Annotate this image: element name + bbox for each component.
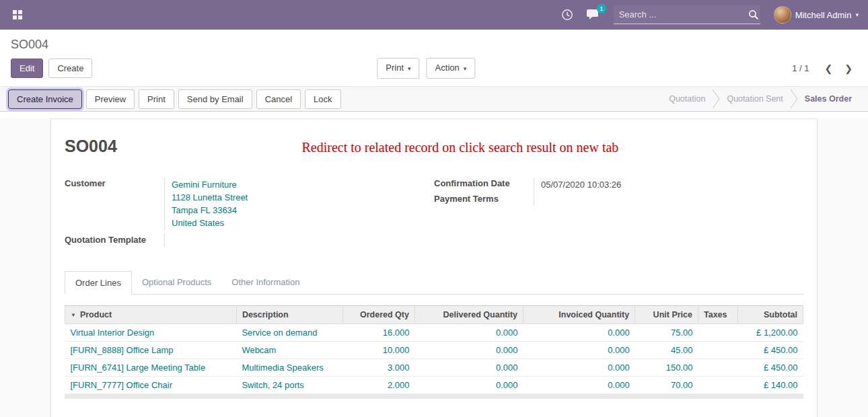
edit-button[interactable]: Edit <box>11 59 43 78</box>
table-row[interactable]: [FURN_6741] Large Meeting Table Multimed… <box>65 359 803 377</box>
sort-caret-icon: ▼ <box>71 312 76 318</box>
table-row[interactable]: [FURN_8888] Office Lamp Webcam 10.000 0.… <box>65 342 803 359</box>
send-by-email-button[interactable]: Send by Email <box>178 89 252 109</box>
cell-invoiced-qty[interactable]: 0.000 <box>523 342 635 359</box>
confirmation-date-field: Confirmation Date 05/07/2020 10:03:26 <box>434 178 803 192</box>
cell-subtotal[interactable]: £ 140.00 <box>738 377 803 394</box>
cell-delivered-qty[interactable]: 0.000 <box>414 342 523 359</box>
chevron-down-icon: ▾ <box>464 65 467 72</box>
quotation-template-field: Quotation Template <box>65 234 434 247</box>
statusbar-states: Quotation Quotation Sent Sales Order <box>662 90 868 108</box>
chevron-down-icon: ▾ <box>855 11 859 18</box>
cell-product[interactable]: [FURN_7777] Office Chair <box>65 377 237 394</box>
tab-order-lines[interactable]: Order Lines <box>65 271 132 295</box>
table-row[interactable]: Virtual Interior Design Service on deman… <box>65 324 803 342</box>
cell-delivered-qty[interactable]: 0.000 <box>414 359 523 377</box>
order-lines-table: ▼Product Description Ordered Qty Deliver… <box>65 305 803 394</box>
column-header-description[interactable]: Description <box>236 306 342 324</box>
cell-subtotal[interactable]: £ 1,200.00 <box>738 324 803 342</box>
cell-subtotal[interactable]: £ 450.00 <box>738 359 803 377</box>
preview-button[interactable]: Preview <box>86 89 135 109</box>
product-header-label: Product <box>80 310 112 319</box>
table-footer-strip <box>65 394 803 399</box>
cell-taxes[interactable] <box>698 377 737 394</box>
cell-ordered-qty[interactable]: 2.000 <box>342 377 414 394</box>
quotation-template-label: Quotation Template <box>65 234 164 247</box>
cancel-button[interactable]: Cancel <box>256 89 301 109</box>
cell-unit-price[interactable]: 70.00 <box>635 377 698 394</box>
activities-clock-icon[interactable] <box>561 9 573 21</box>
create-invoice-button[interactable]: Create Invoice <box>8 89 82 109</box>
cell-description[interactable]: Webcam <box>236 342 342 359</box>
topbar-right-section: 1 Mitchell Admin ▾ <box>561 5 859 24</box>
state-quotation-sent[interactable]: Quotation Sent <box>720 94 789 104</box>
cell-product[interactable]: [FURN_6741] Large Meeting Table <box>65 359 237 377</box>
cell-unit-price[interactable]: 75.00 <box>635 324 698 342</box>
customer-field: Customer Gemini Furniture 1128 Lunetta S… <box>65 178 434 230</box>
cell-invoiced-qty[interactable]: 0.000 <box>523 377 635 394</box>
customer-country: United States <box>172 217 434 229</box>
lock-button[interactable]: Lock <box>305 89 340 109</box>
cell-subtotal[interactable]: £ 450.00 <box>738 342 803 359</box>
cell-unit-price[interactable]: 150.00 <box>635 359 698 377</box>
column-header-subtotal[interactable]: Subtotal <box>738 306 803 324</box>
customer-label: Customer <box>65 178 164 230</box>
column-header-invoiced-qty[interactable]: Invoiced Quantity <box>523 306 635 324</box>
cell-product[interactable]: Virtual Interior Design <box>65 324 237 342</box>
messages-icon[interactable]: 1 <box>587 9 600 21</box>
create-button[interactable]: Create <box>48 59 92 78</box>
state-sales-order[interactable]: Sales Order <box>798 94 859 104</box>
cell-unit-price[interactable]: 45.00 <box>635 342 698 359</box>
column-header-delivered-qty[interactable]: Delivered Quantity <box>414 306 523 324</box>
column-header-unit-price[interactable]: Unit Price <box>635 306 698 324</box>
search-icon[interactable] <box>743 9 764 20</box>
table-row[interactable]: [FURN_7777] Office Chair Switch, 24 port… <box>65 377 803 394</box>
column-header-product[interactable]: ▼Product <box>65 306 237 324</box>
action-menu-button[interactable]: Action▾ <box>427 58 476 79</box>
cell-taxes[interactable] <box>698 359 737 377</box>
apps-menu-icon[interactable] <box>9 7 26 23</box>
page-title: SO004 <box>11 38 48 51</box>
sheet-header: SO004 Redirect to related record on clic… <box>65 137 803 156</box>
cell-description[interactable]: Switch, 24 ports <box>236 377 342 394</box>
cell-product[interactable]: [FURN_8888] Office Lamp <box>65 342 237 359</box>
print-menu-button[interactable]: Print▾ <box>377 58 419 79</box>
search-input[interactable] <box>614 5 743 24</box>
pager-previous-button[interactable]: ❮ <box>820 62 838 75</box>
confirmation-date-value: 05/07/2020 10:03:26 <box>534 178 803 192</box>
cell-description[interactable]: Multimedia Speakers <box>236 359 342 377</box>
quotation-template-value <box>164 234 434 247</box>
cell-delivered-qty[interactable]: 0.000 <box>414 324 523 342</box>
annotation-text: Redirect to related record on click sear… <box>117 137 803 155</box>
payment-terms-value <box>534 193 803 206</box>
cell-description[interactable]: Service on demand <box>236 324 342 342</box>
form-sheet: SO004 Redirect to related record on clic… <box>50 118 818 417</box>
cell-ordered-qty[interactable]: 16.000 <box>342 324 414 342</box>
cell-taxes[interactable] <box>698 324 737 342</box>
table-header-row: ▼Product Description Ordered Qty Deliver… <box>65 306 803 324</box>
print-button[interactable]: Print <box>139 89 174 109</box>
customer-city: Tampa FL 33634 <box>172 204 434 217</box>
breadcrumb: SO004 <box>0 30 868 53</box>
user-menu[interactable]: Mitchell Admin ▾ <box>774 6 859 24</box>
column-header-taxes[interactable]: Taxes <box>698 306 737 324</box>
tab-other-information[interactable]: Other Information <box>221 271 310 295</box>
customer-name-link[interactable]: Gemini Furniture <box>172 178 434 191</box>
customer-value: Gemini Furniture 1128 Lunetta Street Tam… <box>164 178 434 230</box>
grid-icon <box>12 9 23 20</box>
avatar[interactable] <box>774 6 791 24</box>
cell-ordered-qty[interactable]: 10.000 <box>342 342 414 359</box>
cell-invoiced-qty[interactable]: 0.000 <box>523 324 635 342</box>
cell-invoiced-qty[interactable]: 0.000 <box>523 359 635 377</box>
column-header-ordered-qty[interactable]: Ordered Qty <box>342 306 414 324</box>
state-quotation[interactable]: Quotation <box>662 94 712 104</box>
cell-delivered-qty[interactable]: 0.000 <box>414 377 523 394</box>
cell-ordered-qty[interactable]: 3.000 <box>342 359 414 377</box>
cell-taxes[interactable] <box>698 342 737 359</box>
topbar-search[interactable] <box>614 5 760 24</box>
action-menu-label: Action <box>435 63 460 73</box>
tab-optional-products[interactable]: Optional Products <box>132 271 221 295</box>
pager-counter: 1 / 1 <box>792 63 809 73</box>
pager-next-button[interactable]: ❯ <box>840 62 857 75</box>
user-name: Mitchell Admin <box>795 10 852 20</box>
